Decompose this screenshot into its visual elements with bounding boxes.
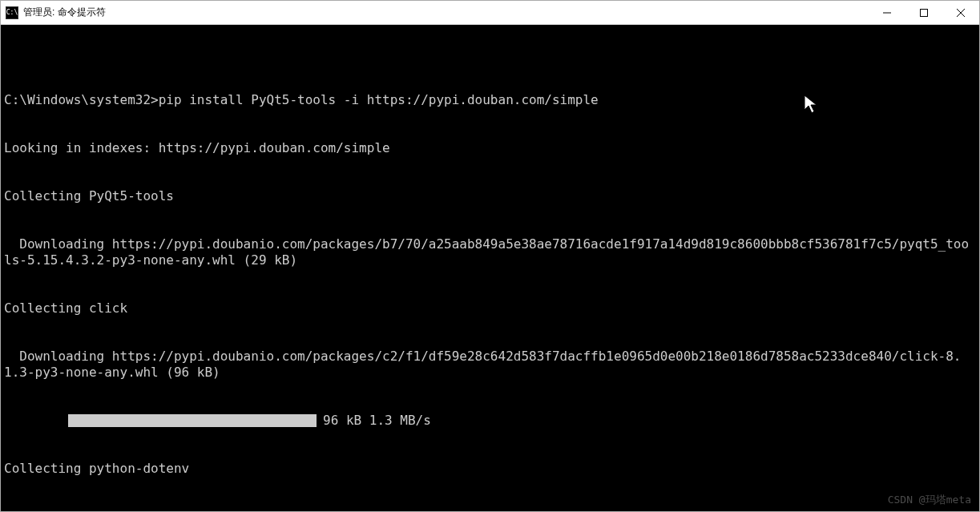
terminal-line: Collecting PyQt5-tools [4, 188, 976, 204]
cmd-icon: C:\ [6, 6, 18, 19]
terminal-line: Looking in indexes: https://pypi.douban.… [4, 140, 976, 156]
window-controls [869, 1, 979, 25]
titlebar[interactable]: C:\ 管理员: 命令提示符 [1, 1, 979, 25]
close-button[interactable] [942, 1, 979, 25]
maximize-button[interactable] [905, 1, 942, 25]
terminal-line: Downloading https://pypi.doubanio.com/pa… [4, 509, 976, 511]
terminal[interactable]: C:\Windows\system32>pip install PyQt5-to… [1, 25, 979, 511]
progress-bar-row: 96 kB 1.3 MB/s [4, 413, 976, 429]
svg-rect-1 [921, 9, 928, 16]
terminal-line: C:\Windows\system32>pip install PyQt5-to… [4, 92, 976, 108]
terminal-line: Collecting python-dotenv [4, 461, 976, 477]
watermark: CSDN @玛塔meta [888, 492, 971, 508]
terminal-line: Collecting click [4, 300, 976, 316]
progress-bar [68, 414, 317, 427]
window-title: 管理员: 命令提示符 [23, 6, 869, 19]
terminal-line: Downloading https://pypi.doubanio.com/pa… [4, 236, 976, 268]
minimize-button[interactable] [869, 1, 905, 25]
progress-text: 96 kB 1.3 MB/s [323, 413, 431, 429]
window: C:\ 管理员: 命令提示符 C:\Windows\system32>pip i… [0, 0, 980, 512]
terminal-line: Downloading https://pypi.doubanio.com/pa… [4, 349, 976, 381]
